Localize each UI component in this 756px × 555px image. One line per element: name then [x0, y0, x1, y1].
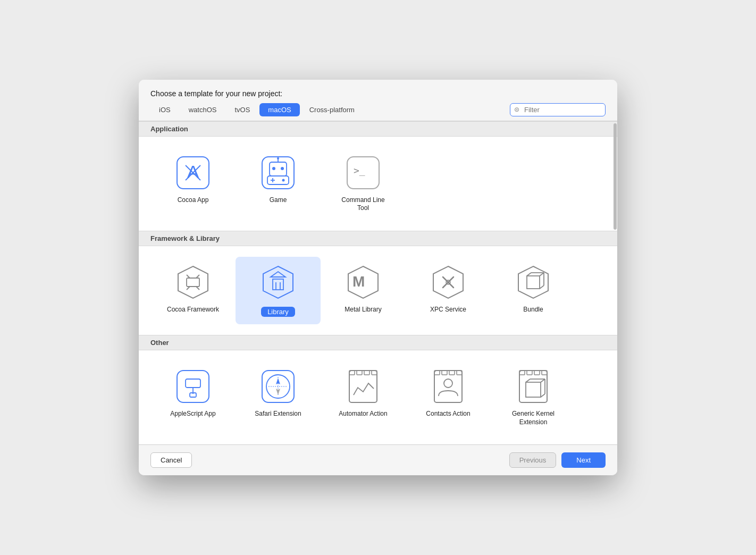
svg-line-68 [541, 379, 545, 382]
bundle-label: Bundle [523, 306, 543, 314]
scrollbar-track[interactable] [613, 121, 617, 444]
library-icon [260, 264, 296, 300]
svg-line-20 [187, 287, 190, 290]
tab-watchos[interactable]: watchOS [180, 103, 225, 116]
safari-icon [260, 368, 296, 405]
svg-point-60 [444, 379, 452, 388]
template-cocoa-app[interactable]: A Cocoa App [150, 147, 236, 220]
contacts-action-label: Contacts Action [426, 410, 470, 418]
generic-kernel-label: Generic KernelExtension [512, 410, 555, 426]
svg-rect-55 [434, 371, 462, 402]
svg-rect-57 [442, 371, 447, 375]
svg-rect-52 [357, 371, 362, 375]
svg-line-36 [540, 273, 544, 276]
svg-rect-58 [449, 371, 455, 375]
applescript-label: AppleScript App [170, 410, 215, 418]
template-chooser-dialog: Choose a template for your new project: … [139, 80, 617, 475]
template-applescript[interactable]: AppleScript App [150, 361, 236, 434]
template-metal-library[interactable]: M Metal Library [321, 257, 406, 324]
game-icon [260, 155, 296, 191]
svg-rect-5 [270, 162, 287, 176]
template-command-line[interactable]: >_ Command LineTool [321, 147, 406, 220]
metal-library-label: Metal Library [345, 306, 381, 314]
command-line-icon: >_ [345, 155, 381, 191]
cocoa-framework-label: Cocoa Framework [167, 306, 219, 314]
cocoa-framework-icon [175, 264, 211, 300]
template-generic-kernel[interactable]: Generic KernelExtension [491, 361, 576, 434]
template-xpc-service[interactable]: XPC Service [406, 257, 491, 324]
template-bundle[interactable]: Bundle [491, 257, 576, 324]
svg-rect-63 [527, 371, 532, 375]
svg-rect-53 [364, 371, 369, 375]
svg-line-71 [541, 394, 545, 397]
xpc-service-label: XPC Service [430, 306, 466, 314]
svg-text:>_: >_ [354, 165, 365, 176]
svg-point-7 [281, 167, 284, 170]
filter-icon: ⊜ [514, 106, 519, 113]
svg-point-6 [272, 167, 275, 170]
framework-grid: Cocoa Framework Library [139, 246, 617, 335]
svg-rect-23 [273, 279, 283, 290]
filter-input[interactable] [510, 103, 606, 116]
svg-rect-64 [534, 371, 540, 375]
section-application-header: Application [139, 121, 617, 137]
bundle-icon [515, 264, 551, 300]
tab-ios[interactable]: iOS [150, 103, 179, 116]
svg-line-39 [540, 285, 544, 289]
template-library[interactable]: Library [236, 257, 321, 324]
svg-rect-66 [526, 382, 541, 397]
svg-point-13 [282, 179, 285, 181]
tab-macos[interactable]: macOS [259, 103, 299, 116]
svg-line-18 [187, 275, 190, 278]
automator-icon [345, 368, 381, 405]
other-grid: AppleScript App Safari Extension [139, 350, 617, 444]
nav-buttons: Previous Next [509, 452, 606, 468]
svg-line-35 [527, 273, 531, 276]
svg-point-9 [277, 157, 279, 159]
game-label: Game [270, 196, 287, 205]
xpc-service-icon [430, 264, 466, 300]
contacts-icon [430, 368, 466, 405]
svg-marker-16 [178, 266, 208, 298]
svg-marker-24 [271, 272, 285, 277]
template-automator[interactable]: Automator Action [321, 361, 406, 434]
svg-rect-17 [187, 278, 199, 287]
svg-line-67 [526, 379, 530, 382]
scrollbar-thumb [614, 123, 617, 230]
library-label: Library [261, 307, 295, 317]
section-framework-header: Framework & Library [139, 231, 617, 246]
bottom-bar: Cancel Previous Next [139, 445, 617, 475]
cancel-button[interactable]: Cancel [150, 452, 192, 468]
dialog-title: Choose a template for your new project: [139, 80, 617, 103]
next-button[interactable]: Next [561, 452, 606, 468]
applescript-icon [175, 368, 211, 405]
svg-rect-41 [186, 379, 200, 388]
metal-library-icon: M [345, 264, 381, 300]
section-other-header: Other [139, 335, 617, 350]
cocoa-app-label: Cocoa App [178, 196, 209, 205]
previous-button[interactable]: Previous [509, 452, 557, 468]
svg-rect-40 [177, 371, 209, 402]
command-line-label: Command LineTool [341, 196, 384, 213]
svg-rect-50 [349, 371, 377, 402]
content-area: Application A Cocoa App [139, 121, 617, 445]
filter-wrap: ⊜ [510, 103, 606, 116]
svg-rect-61 [519, 371, 547, 402]
tab-cross-platform[interactable]: Cross-platform [301, 103, 363, 116]
application-grid: A Cocoa App [139, 137, 617, 231]
template-contacts-action[interactable]: Contacts Action [406, 361, 491, 434]
template-safari-extension[interactable]: Safari Extension [236, 361, 321, 434]
svg-text:A: A [187, 162, 199, 182]
automator-label: Automator Action [339, 410, 387, 418]
svg-line-21 [196, 287, 199, 290]
cocoa-app-icon: A [175, 155, 211, 191]
svg-text:M: M [352, 273, 365, 290]
tab-bar: iOS watchOS tvOS macOS Cross-platform ⊜ [139, 103, 617, 121]
svg-line-19 [196, 275, 199, 278]
template-game[interactable]: Game [236, 147, 321, 220]
safari-extension-label: Safari Extension [255, 410, 301, 418]
generic-kernel-icon [515, 368, 551, 405]
tab-bar-left: iOS watchOS tvOS macOS Cross-platform [150, 103, 510, 116]
tab-tvos[interactable]: tvOS [226, 103, 258, 116]
template-cocoa-framework[interactable]: Cocoa Framework [150, 257, 236, 324]
